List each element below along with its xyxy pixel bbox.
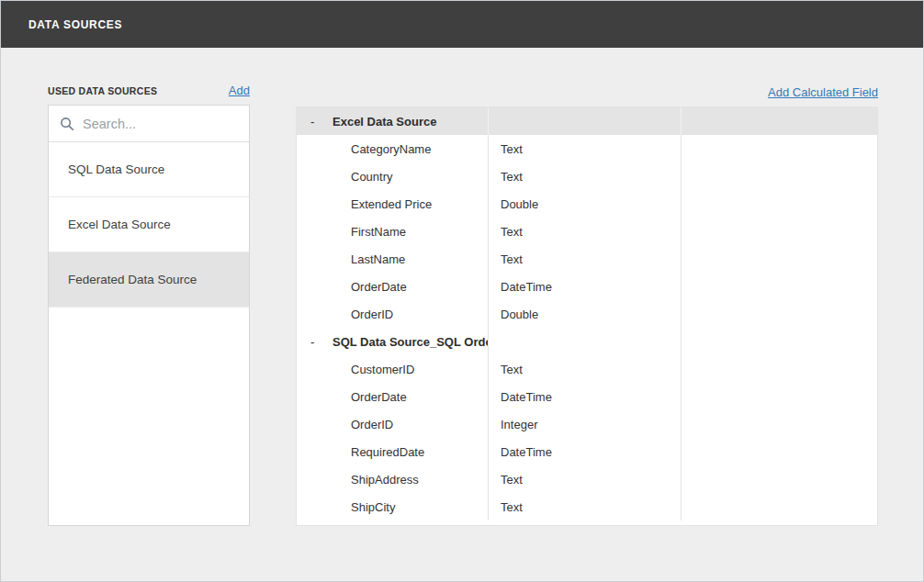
field-type: Double (501, 308, 538, 321)
field-type: DateTime (501, 390, 552, 404)
used-data-sources-label: USED DATA SOURCES (48, 85, 157, 97)
field-type-cell: Double (489, 190, 682, 218)
search-input[interactable] (83, 117, 254, 131)
group-name: Excel Data Source (332, 115, 436, 129)
field-row[interactable]: RequiredDate DateTime (297, 438, 877, 465)
field-type: Double (501, 197, 538, 211)
field-type: Text (501, 473, 523, 487)
field-extra-cell (682, 245, 877, 273)
group-type-cell (489, 107, 682, 135)
field-extra-cell (682, 135, 877, 162)
field-row[interactable]: OrderID Double (297, 300, 877, 328)
field-name: CategoryName (297, 142, 431, 156)
data-source-list-item[interactable]: Excel Data Source (49, 197, 249, 252)
field-type: Text (501, 363, 523, 376)
field-row[interactable]: OrderDate DateTime (297, 383, 877, 410)
field-row[interactable]: FirstName Text (297, 218, 877, 245)
search-box (49, 106, 249, 142)
field-type: Text (501, 142, 523, 156)
field-extra-cell (682, 493, 877, 520)
field-name-cell: OrderID (297, 300, 489, 328)
field-name-cell: Extended Price (297, 190, 489, 218)
data-source-list-panel: SQL Data Source Excel Data Source Federa… (48, 105, 250, 526)
field-name: Extended Price (297, 197, 432, 211)
field-row[interactable]: CategoryName Text (297, 135, 877, 162)
field-extra-cell (682, 218, 877, 245)
group-type-cell (489, 328, 682, 355)
titlebar: DATA SOURCES (1, 1, 923, 48)
field-type-cell: Text (489, 493, 682, 520)
field-row[interactable]: CustomerID Text (297, 355, 877, 383)
field-type: Integer (501, 418, 537, 431)
field-name-cell: OrderID (297, 410, 489, 438)
field-type-cell: Text (489, 465, 682, 493)
field-name-cell: FirstName (297, 218, 489, 245)
data-source-list: SQL Data Source Excel Data Source Federa… (49, 142, 249, 308)
field-extra-cell (682, 438, 877, 465)
group-name-cell: - Excel Data Source (297, 107, 489, 135)
field-name-cell: OrderDate (297, 383, 489, 410)
add-calculated-field-link[interactable]: Add Calculated Field (768, 85, 878, 99)
group-name: SQL Data Source_SQL Orders (332, 335, 489, 349)
field-row[interactable]: ShipAddress Text (297, 465, 877, 493)
field-extra-cell (682, 410, 877, 438)
field-type: DateTime (501, 445, 552, 459)
used-data-sources-header: USED DATA SOURCES Add (48, 84, 250, 97)
field-type-cell: Text (489, 245, 682, 273)
field-type-cell: Text (489, 355, 682, 383)
data-source-name: Excel Data Source (68, 218, 171, 231)
data-source-list-item[interactable]: SQL Data Source (49, 142, 249, 197)
field-name-cell: ShipCity (297, 493, 489, 520)
field-row[interactable]: Country Text (297, 162, 877, 190)
search-icon (60, 117, 74, 131)
field-row[interactable]: Extended Price Double (297, 190, 877, 218)
fields-table: - Excel Data Source CategoryName Text Co… (296, 106, 878, 526)
field-type-cell: Double (489, 300, 682, 328)
data-source-name: Federated Data Source (68, 273, 197, 286)
field-type: Text (501, 500, 523, 514)
field-row[interactable]: ShipCity Text (297, 493, 877, 520)
field-name: ShipCity (297, 500, 395, 514)
field-name-cell: Country (297, 162, 489, 190)
field-type: DateTime (501, 280, 552, 294)
collapse-minus-icon[interactable]: - (310, 335, 332, 349)
field-type: Text (501, 170, 523, 184)
field-name-cell: ShipAddress (297, 465, 489, 493)
field-type-cell: Text (489, 135, 682, 162)
add-data-source-link[interactable]: Add (229, 84, 250, 97)
field-group-row[interactable]: - Excel Data Source (297, 107, 877, 135)
field-extra-cell (682, 465, 877, 493)
field-name: FirstName (297, 225, 406, 239)
field-name: RequiredDate (297, 445, 424, 459)
field-type-cell: Text (489, 162, 682, 190)
field-row[interactable]: OrderDate DateTime (297, 273, 877, 300)
field-name: OrderID (297, 308, 393, 321)
data-source-name: SQL Data Source (68, 162, 164, 176)
field-type-cell: Integer (489, 410, 682, 438)
field-extra-cell (682, 273, 877, 300)
field-name: Country (297, 170, 393, 184)
field-extra-cell (682, 190, 877, 218)
field-group-row[interactable]: - SQL Data Source_SQL Orders (297, 328, 877, 355)
field-row[interactable]: LastName Text (297, 245, 877, 273)
field-type-cell: DateTime (489, 438, 682, 465)
field-extra-cell (682, 300, 877, 328)
field-name-cell: LastName (297, 245, 489, 273)
group-name-cell: - SQL Data Source_SQL Orders (297, 328, 489, 355)
field-name-cell: OrderDate (297, 273, 489, 300)
field-type-cell: DateTime (489, 383, 682, 410)
fields-header: Add Calculated Field (296, 84, 878, 100)
field-row[interactable]: OrderID Integer (297, 410, 877, 438)
field-type-cell: Text (489, 218, 682, 245)
field-extra-cell (682, 162, 877, 190)
group-extra-cell (682, 107, 877, 135)
collapse-minus-icon[interactable]: - (310, 115, 332, 129)
field-name-cell: CategoryName (297, 135, 489, 162)
field-name: OrderDate (297, 390, 407, 404)
field-type-cell: DateTime (489, 273, 682, 300)
field-type: Text (501, 225, 523, 239)
field-extra-cell (682, 355, 877, 383)
data-source-list-item[interactable]: Federated Data Source (49, 252, 249, 308)
field-name-cell: RequiredDate (297, 438, 489, 465)
field-name: ShipAddress (297, 473, 419, 487)
